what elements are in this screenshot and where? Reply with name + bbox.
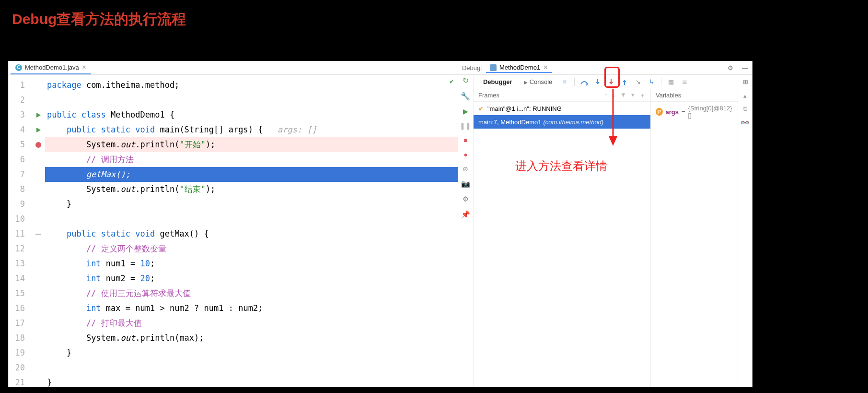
step-into-icon[interactable] bbox=[592, 76, 603, 88]
mute-breakpoints-icon[interactable]: ⊘ bbox=[463, 165, 468, 173]
checkmark-icon: ✔ bbox=[478, 105, 484, 112]
line-num: 2 bbox=[9, 93, 32, 107]
line-num: 18 bbox=[9, 331, 32, 345]
stack-frame-row[interactable]: main:7, MethodDemo1 (com.itheima.method) bbox=[474, 115, 650, 129]
tab-console[interactable]: Console bbox=[519, 76, 557, 87]
fold-icon[interactable] bbox=[35, 234, 41, 235]
debug-config-name: MethodDemo1 bbox=[499, 64, 540, 71]
editor-tab-methoddemo1[interactable]: C MethodDemo1.java ✕ bbox=[11, 61, 91, 74]
line-num: 3 bbox=[9, 107, 32, 122]
up-scroll-icon[interactable]: ▴ bbox=[743, 92, 747, 99]
gear-icon[interactable]: ⚙ bbox=[728, 64, 733, 71]
force-step-into-icon[interactable] bbox=[605, 76, 617, 88]
line-num: 1 bbox=[9, 78, 32, 93]
step-over-icon[interactable] bbox=[579, 76, 590, 88]
line-num-breakpoint[interactable]: 5 bbox=[9, 137, 32, 152]
frames-panel: Frames ↑ ↓ ▼ ▾ ＋ ✔ bbox=[474, 89, 651, 387]
line-num: 12 bbox=[9, 241, 32, 256]
debug-main: ↻ 🔧 ▶ ❚❚ ■ ● ⊘ 📷 ⚙ 📌 Debugger Console ≡ bbox=[458, 75, 752, 387]
editor-body: 1 2 3 4 5 6 7 8 9 10 11 12 13 14 15 16 1 bbox=[9, 75, 458, 387]
settings-icon[interactable]: ⚙ bbox=[463, 195, 469, 203]
evaluate-icon[interactable]: ▦ bbox=[665, 76, 677, 88]
debug-tabstrip: Debug: MethodDemo1 ✕ ⚙ — bbox=[458, 61, 752, 75]
variable-row[interactable]: P args = {String[0]@812} [] bbox=[651, 102, 738, 122]
step-out-icon[interactable] bbox=[619, 76, 630, 88]
line-num: 13 bbox=[9, 256, 32, 271]
run-line-icon[interactable] bbox=[36, 128, 41, 132]
line-num: 10 bbox=[9, 212, 32, 226]
frame-text: main:7, MethodDemo1 bbox=[478, 119, 542, 126]
editor-tabs: C MethodDemo1.java ✕ bbox=[9, 61, 458, 75]
debug-vertical-toolbar: ↻ 🔧 ▶ ❚❚ ■ ● ⊘ 📷 ⚙ 📌 bbox=[458, 75, 474, 387]
page-title: Debug查看方法的执行流程 bbox=[12, 10, 186, 29]
minimize-icon[interactable]: — bbox=[742, 64, 748, 71]
close-icon[interactable]: ✕ bbox=[543, 64, 548, 71]
tab-filename: MethodDemo1.java bbox=[25, 64, 79, 71]
line-num: 15 bbox=[9, 286, 32, 301]
drop-frame-icon[interactable]: ↘ bbox=[632, 76, 644, 88]
trace-icon[interactable]: ≣ bbox=[679, 76, 690, 88]
application-icon bbox=[490, 64, 497, 71]
var-name: args bbox=[666, 108, 679, 116]
check-icon: ✔ bbox=[450, 77, 454, 85]
stop-icon[interactable]: ■ bbox=[463, 136, 467, 144]
view-breakpoints-icon[interactable]: ● bbox=[463, 151, 467, 158]
line-num: 16 bbox=[9, 301, 32, 316]
java-class-icon: C bbox=[15, 64, 22, 71]
tab-debugger[interactable]: Debugger bbox=[478, 76, 517, 87]
editor-pane: C MethodDemo1.java ✕ 1 2 3 4 5 6 7 8 9 1… bbox=[9, 61, 458, 387]
debug-label: Debug: bbox=[462, 64, 482, 71]
filter-icon[interactable]: ▼ bbox=[620, 91, 626, 100]
ide-window: C MethodDemo1.java ✕ 1 2 3 4 5 6 7 8 9 1… bbox=[8, 61, 752, 387]
line-num: 9 bbox=[9, 197, 32, 212]
line-num: 11 bbox=[9, 226, 32, 241]
line-num: 6 bbox=[9, 152, 32, 167]
rerun-icon[interactable]: ↻ bbox=[463, 76, 469, 85]
gutter-marks bbox=[32, 75, 45, 387]
variables-header: Variables bbox=[651, 89, 738, 102]
next-frame-icon[interactable]: ↓ bbox=[613, 91, 616, 100]
copy-icon[interactable]: ⧉ bbox=[743, 105, 747, 113]
frame-package: (com.itheima.method) bbox=[543, 119, 603, 126]
camera-icon[interactable]: 📷 bbox=[461, 179, 470, 188]
debug-side-icons: ▴ ⧉ 👓 bbox=[738, 89, 752, 387]
threads-icon[interactable]: ≡ bbox=[559, 76, 570, 88]
param-icon: P bbox=[656, 108, 663, 116]
resume-icon[interactable]: ▶ bbox=[463, 107, 468, 115]
line-num: 21 bbox=[9, 375, 32, 387]
debug-pane: Debug: MethodDemo1 ✕ ⚙ — ↻ 🔧 ▶ ❚❚ ■ ● ⊘ bbox=[458, 61, 752, 387]
variables-panel: Variables P args = {String[0]@812} [] bbox=[651, 89, 738, 387]
pause-icon[interactable]: ❚❚ bbox=[460, 122, 471, 130]
close-tab-icon[interactable]: ✕ bbox=[82, 64, 86, 71]
var-value: {String[0]@812} [] bbox=[688, 105, 733, 119]
line-num: 20 bbox=[9, 360, 32, 375]
prev-frame-icon[interactable]: ↑ bbox=[604, 91, 608, 100]
line-num: 8 bbox=[9, 182, 32, 197]
debug-center: Debugger Console ≡ bbox=[474, 75, 752, 387]
layout-icon[interactable]: ⊞ bbox=[743, 78, 748, 85]
line-num: 19 bbox=[9, 345, 32, 360]
line-num: 7 bbox=[9, 167, 32, 182]
debug-toolbar: Debugger Console ≡ bbox=[474, 75, 752, 89]
run-line-icon[interactable] bbox=[36, 113, 41, 118]
glasses-icon[interactable]: 👓 bbox=[741, 119, 750, 127]
wrench-icon[interactable]: 🔧 bbox=[461, 92, 470, 101]
pin-icon[interactable]: 📌 bbox=[461, 210, 470, 219]
line-num: 14 bbox=[9, 271, 32, 286]
line-num: 17 bbox=[9, 316, 32, 331]
line-num: 4 bbox=[9, 122, 32, 137]
var-eq: = bbox=[682, 108, 685, 116]
run-to-cursor-icon[interactable]: ↳ bbox=[646, 76, 657, 88]
add-icon[interactable]: ＋ bbox=[639, 91, 646, 100]
thread-row[interactable]: ✔ "main"@1 i...n": RUNNING bbox=[474, 102, 650, 115]
annotation-text: 进入方法查看详情 bbox=[515, 158, 607, 174]
menu-icon[interactable]: ▾ bbox=[631, 91, 635, 100]
thread-name: "main"@1 i...n": RUNNING bbox=[487, 105, 562, 112]
code-area[interactable]: ✔ package com.itheima.method; public cla… bbox=[45, 75, 458, 387]
debug-panels: Frames ↑ ↓ ▼ ▾ ＋ ✔ bbox=[474, 89, 752, 387]
line-gutter: 1 2 3 4 5 6 7 8 9 10 11 12 13 14 15 16 1 bbox=[9, 75, 32, 387]
frames-header: Frames ↑ ↓ ▼ ▾ ＋ bbox=[474, 89, 650, 102]
debug-config-tab[interactable]: MethodDemo1 ✕ bbox=[486, 63, 552, 73]
